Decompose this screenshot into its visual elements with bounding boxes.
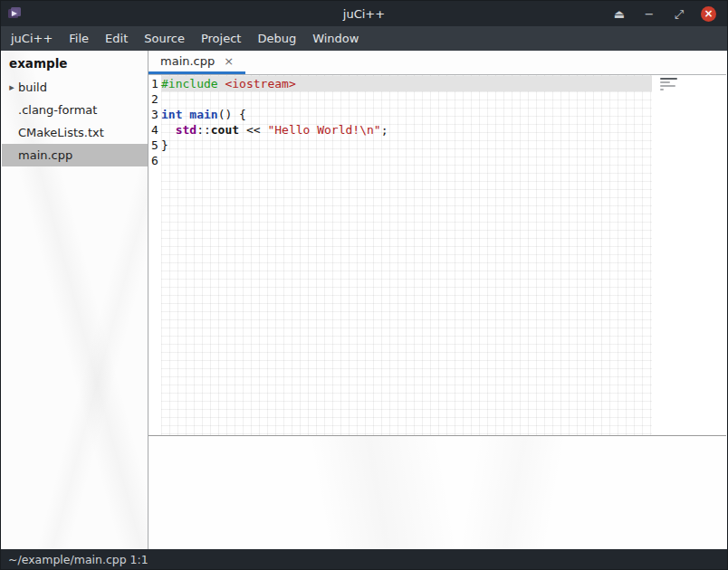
app-icon [6,5,23,22]
line-number: 6 [151,153,161,168]
code-line[interactable]: int main() { [161,107,652,122]
code-token: () { [218,108,246,121]
project-folder-label: example [2,51,148,76]
menu-item-project[interactable]: Project [193,26,249,51]
tree-item-main.cpp[interactable]: main.cpp [2,144,148,166]
tree-item-build[interactable]: ▸build [2,76,148,99]
menu-bar: juCi++FileEditSourceProjectDebugWindow [1,26,727,51]
code-area[interactable]: #include <iostream>int main() { std::cou… [161,75,652,435]
minimap-line [660,89,664,90]
source-editor[interactable]: 123456 #include <iostream>int main() { s… [148,75,726,436]
tab-close-icon[interactable]: × [224,54,234,68]
minimap-line [660,85,675,87]
minimap-line [660,78,677,80]
menu-item-window[interactable]: Window [304,26,367,51]
code-token: #include [161,77,218,90]
line-number: 4 [151,122,161,138]
menu-item-debug[interactable]: Debug [249,26,304,51]
code-line[interactable]: } [161,138,652,153]
line-number: 2 [151,91,161,107]
source-minimap[interactable] [660,78,680,92]
code-line[interactable] [161,91,652,107]
tree-item-label: CMakeLists.txt [16,126,104,139]
expander-icon[interactable]: ▸ [2,81,16,93]
tree-item-cmakelists.txt[interactable]: CMakeLists.txt [2,121,148,144]
output-terminal-pane[interactable] [148,436,726,549]
minimap-line [660,81,670,83]
menu-item-source[interactable]: Source [136,26,193,51]
juci-window: { "window": { "title": "juCi++", "contro… [0,0,728,570]
gutter: 123456 [148,75,161,435]
code-line[interactable]: #include <iostream> [161,76,652,91]
status-bar: ~/example/main.cpp 1:1 [1,549,727,569]
code-line[interactable] [161,153,652,168]
code-token: cout [211,123,239,137]
menu-item-file[interactable]: File [61,26,97,51]
file-tree-panel: example ▸build.clang-formatCMakeLists.tx… [2,51,148,549]
keep-above-button[interactable]: ⏏ [611,5,627,22]
code-token: "Hello World!\n" [267,123,380,137]
code-token: <iostream> [225,77,295,90]
code-token: ; [381,123,388,137]
window-controls: ⏏−⤢× [611,5,727,22]
title-bar[interactable]: juCi++ ⏏−⤢× [1,1,727,26]
code-token: int [161,108,182,121]
line-number: 3 [151,107,161,122]
editor-panel: main.cpp× 123456 #include <iostream>int … [148,51,726,549]
restore-button[interactable]: ⤢ [671,5,687,22]
code-token: << [239,123,267,137]
file-tree: ▸build.clang-formatCMakeLists.txtmain.cp… [2,76,148,166]
menu-item-juci[interactable]: juCi++ [3,26,61,51]
tab-label: main.cpp [160,54,215,68]
menu-item-edit[interactable]: Edit [97,26,136,51]
code-line[interactable]: std::cout << "Hello World!\n"; [161,122,652,138]
code-token: main [189,108,217,121]
code-token: } [161,138,168,152]
status-file-location: ~/example/main.cpp 1:1 [8,553,148,566]
close-button[interactable]: × [701,6,716,22]
tree-item-label: build [16,81,47,94]
code-token [161,123,176,137]
tree-item-label: .clang-format [16,103,97,117]
tree-item-.clang-format[interactable]: .clang-format [2,99,148,121]
code-token: std [176,123,196,137]
minimize-button[interactable]: − [641,5,657,22]
code-token: :: [196,123,211,137]
tab-main.cpp[interactable]: main.cpp× [148,51,245,74]
line-number: 5 [151,138,161,153]
tab-bar: main.cpp× [148,51,726,75]
main-area: example ▸build.clang-formatCMakeLists.tx… [2,51,726,549]
tree-item-label: main.cpp [16,148,72,162]
line-number: 1 [151,76,161,91]
